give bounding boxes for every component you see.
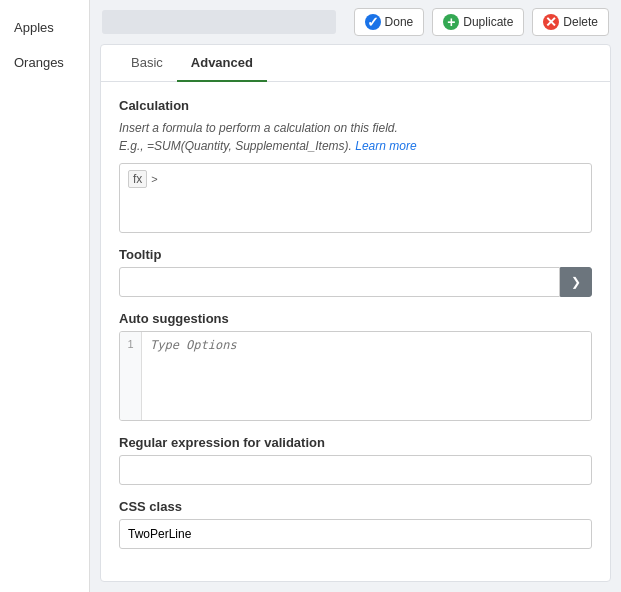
title-placeholder xyxy=(102,10,336,34)
delete-icon: ✕ xyxy=(543,14,559,30)
auto-suggestions-section: Auto suggestions 1 xyxy=(119,311,592,421)
fx-label: fx xyxy=(128,170,147,188)
arrow-right-icon: ❯ xyxy=(571,275,581,289)
tooltip-section: Tooltip ❯ xyxy=(119,247,592,297)
css-class-label: CSS class xyxy=(119,499,592,514)
auto-suggestions-box: 1 xyxy=(119,331,592,421)
regex-section: Regular expression for validation xyxy=(119,435,592,485)
line-numbers: 1 xyxy=(120,332,142,420)
tooltip-input[interactable] xyxy=(119,267,560,297)
tooltip-input-row: ❯ xyxy=(119,267,592,297)
regex-input[interactable] xyxy=(119,455,592,485)
formula-box[interactable]: fx > xyxy=(119,163,592,233)
sidebar-item-oranges[interactable]: Oranges xyxy=(0,45,89,80)
suggestions-textarea[interactable] xyxy=(142,332,591,420)
top-bar: ✓ Done + Duplicate ✕ Delete xyxy=(90,0,621,44)
tab-basic[interactable]: Basic xyxy=(117,45,177,82)
css-class-input[interactable] xyxy=(119,519,592,549)
panel-body: Calculation Insert a formula to perform … xyxy=(101,82,610,579)
sidebar: Apples Oranges xyxy=(0,0,90,592)
done-icon: ✓ xyxy=(365,14,381,30)
chevron-icon: > xyxy=(151,173,157,185)
tooltip-label: Tooltip xyxy=(119,247,592,262)
calculation-desc: Insert a formula to perform a calculatio… xyxy=(119,119,592,155)
done-button[interactable]: ✓ Done xyxy=(354,8,425,36)
regex-label: Regular expression for validation xyxy=(119,435,592,450)
auto-suggestions-label: Auto suggestions xyxy=(119,311,592,326)
learn-more-link[interactable]: Learn more xyxy=(355,139,416,153)
content-panel: Basic Advanced Calculation Insert a form… xyxy=(100,44,611,582)
plus-icon: + xyxy=(443,14,459,30)
tooltip-arrow-button[interactable]: ❯ xyxy=(560,267,592,297)
calculation-section: Calculation Insert a formula to perform … xyxy=(119,98,592,233)
formula-header: fx > xyxy=(128,170,583,188)
sidebar-item-apples[interactable]: Apples xyxy=(0,10,89,45)
main-area: ✓ Done + Duplicate ✕ Delete Basic Advanc… xyxy=(90,0,621,592)
calculation-title: Calculation xyxy=(119,98,592,113)
tabs-bar: Basic Advanced xyxy=(101,45,610,82)
delete-button[interactable]: ✕ Delete xyxy=(532,8,609,36)
tab-advanced[interactable]: Advanced xyxy=(177,45,267,82)
css-class-section: CSS class xyxy=(119,499,592,549)
duplicate-button[interactable]: + Duplicate xyxy=(432,8,524,36)
